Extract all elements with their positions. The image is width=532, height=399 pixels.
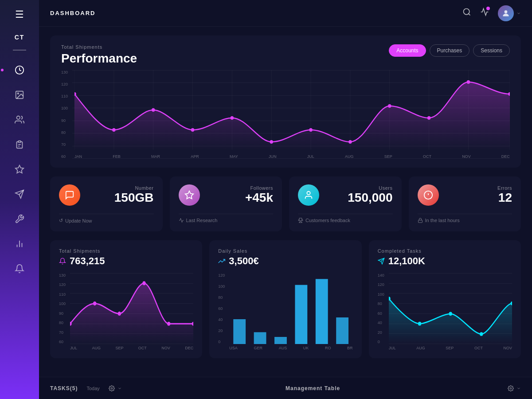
y-axis-labels: 13012011010090807060 [61,70,72,159]
sidebar-brand: CT [15,34,25,41]
performance-chart-svg [74,70,510,159]
svg-point-41 [307,192,310,195]
stat-right-3: Errors 12 [497,185,512,205]
svg-point-38 [467,80,470,84]
svg-point-29 [112,128,115,132]
stat-footer-1: Last Research [179,214,274,223]
page-title: DASHBOARD [50,10,462,16]
svg-point-13 [464,9,469,15]
sidebar-item-tools[interactable] [9,208,30,230]
stat-value-0: 150GB [114,191,154,205]
stat-label-2: Users [348,185,392,191]
mini-chart-1: 120100806040200 [218,273,352,344]
sidebar-item-bell[interactable] [9,258,30,279]
sidebar-item-star[interactable] [9,159,30,180]
stat-card-top-3: Errors 12 [418,184,512,206]
svg-point-62 [449,312,452,316]
tab-accounts[interactable]: Accounts [389,44,426,57]
stat-icon-star [179,184,200,206]
stat-footer-text-0: Update Now [65,218,92,223]
stat-card-top-0: Number 150GB [59,184,154,206]
perf-title-group: Total Shipments Performance [61,44,137,66]
mini-y-axis-0: 13012011010090807060 [59,273,70,344]
search-icon[interactable] [462,8,471,19]
user-avatar [498,5,514,21]
sidebar-divider [13,50,26,51]
svg-rect-53 [254,332,266,344]
svg-rect-55 [295,285,308,344]
chart-card-sales: Daily Sales 3,500€ 120100806040200 [209,240,361,358]
stat-card-followers: Followers +45k Last Research [170,176,282,231]
svg-rect-54 [274,337,287,344]
svg-line-14 [469,14,470,16]
trending-icon [179,218,184,223]
chart-card-label-2: Completed Tasks [378,248,512,254]
svg-point-47 [93,301,96,305]
chart-value-text-1: 3,500€ [229,255,258,267]
tab-purchases[interactable]: Purchases [430,44,470,57]
bottom-bar-left: TASKS(5) Today [50,385,286,391]
stat-footer-text-2: Customers feedback [305,218,350,223]
svg-point-33 [270,140,273,144]
stat-label-1: Followers [245,185,273,191]
performance-chart: 13012011010090807060 [61,70,510,159]
lock-icon [418,218,423,223]
svg-point-49 [142,281,145,285]
sidebar-item-image[interactable] [9,84,30,106]
tab-group: Accounts Purchases Sessions [389,44,510,57]
svg-rect-52 [234,319,246,344]
stat-card-errors: Errors 12 In the last hours [409,176,521,231]
x-axis-labels: JAN FEB MAR APR MAY JUN JUL AUG SEP OCT … [74,154,510,159]
settings-icon-left[interactable] [109,385,115,391]
main-content: DASHBOARD Total Shipments [39,0,532,399]
sidebar-nav [9,59,30,390]
tasks-settings-wrapper[interactable] [109,385,122,391]
svg-point-31 [191,128,194,132]
stat-label-3: Errors [497,185,512,191]
svg-point-48 [118,312,121,316]
sidebar-item-group[interactable] [9,109,30,130]
svg-point-34 [309,128,312,132]
stat-right-2: Users 150,000 [348,185,392,205]
sidebar-item-chart[interactable] [9,59,30,81]
chart-value-text-2: 12,100K [388,255,425,267]
sidebar-item-list[interactable] [9,134,30,155]
stat-right-0: Number 150GB [114,185,154,205]
mini-y-axis-2: 140120100806040200 [378,273,389,344]
user-avatar-wrapper[interactable] [498,5,521,21]
sidebar-item-location[interactable] [9,184,30,205]
stat-value-2: 150,000 [348,191,392,205]
svg-point-32 [231,116,234,120]
svg-marker-40 [185,191,193,199]
svg-rect-57 [336,317,349,344]
chart-card-value-1: 3,500€ [218,255,352,267]
chart-card-value-0: 763,215 [59,255,193,267]
svg-point-65 [111,387,113,389]
sales-icon [218,258,225,265]
chart-card-value-2: 12,100K [378,255,512,267]
stat-right-1: Followers +45k [245,185,273,205]
settings-icon-right[interactable] [508,385,514,391]
chart-card-label-0: Total Shipments [59,248,193,254]
activity-icon[interactable] [480,8,489,19]
tab-sessions[interactable]: Sessions [473,44,510,57]
svg-point-63 [480,332,483,336]
chart-card-label-1: Daily Sales [218,248,352,254]
header: DASHBOARD [39,0,532,27]
management-settings-wrapper[interactable] [508,385,521,391]
stat-card-top-1: Followers +45k [179,184,274,206]
today-label: Today [86,386,99,391]
mini-chart-2: 140120100806040200 [378,273,512,344]
chevron-down-management-icon[interactable] [516,386,521,391]
mini-chart-svg-2 [389,273,512,344]
svg-point-37 [427,116,430,120]
svg-rect-4 [18,141,21,143]
notification-badge [486,7,490,10]
chevron-down-tasks-icon[interactable] [117,386,122,391]
stat-footer-icon-0: ↺ [59,218,63,223]
svg-point-66 [510,387,512,389]
sidebar-item-barchart[interactable] [9,233,30,254]
menu-icon[interactable]: ☰ [15,9,24,20]
bottom-bar: TASKS(5) Today Management Table [39,377,532,399]
svg-rect-56 [316,279,328,344]
